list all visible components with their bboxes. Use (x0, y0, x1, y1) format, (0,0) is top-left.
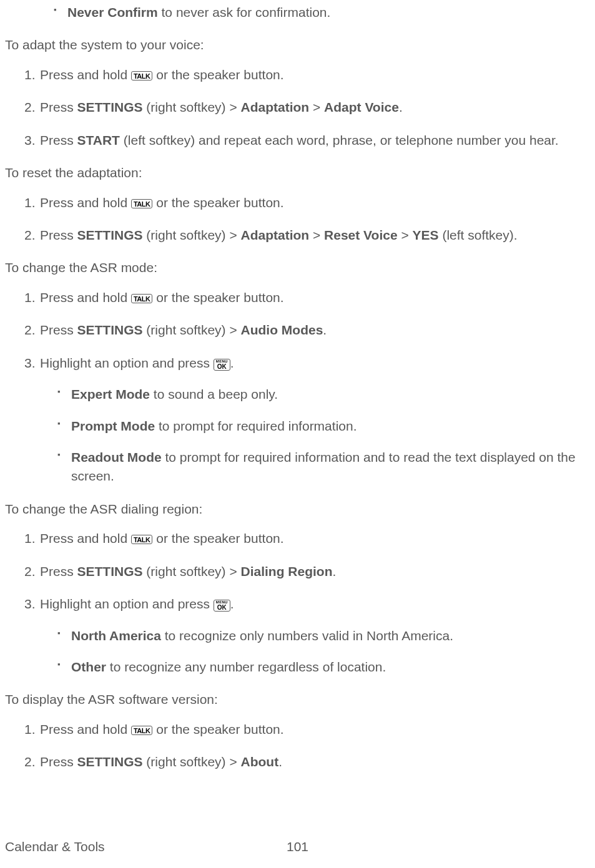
numbered-step: Press and hold TALK or the speaker butto… (40, 529, 590, 548)
numbered-list: Press and hold TALK or the speaker butto… (5, 288, 590, 486)
footer-section-name: Calendar & Tools (5, 839, 105, 854)
numbered-step: Press SETTINGS (right softkey) > Audio M… (40, 321, 590, 339)
talk-key-icon: TALK (131, 726, 153, 735)
bold-text: North America (71, 628, 161, 643)
bold-text: Other (71, 660, 106, 674)
sub-bullet-item: Other to recognize any number regardless… (71, 658, 590, 676)
bold-text: SETTINGS (77, 100, 143, 114)
section-intro: To reset the adaptation: (5, 163, 590, 182)
bullet-item: Never Confirm to never ask for confirmat… (67, 3, 590, 22)
section-intro: To display the ASR software version: (5, 690, 590, 708)
page-footer: Calendar & Tools 101 (5, 839, 590, 854)
numbered-step: Press START (left softkey) and repeat ea… (40, 131, 590, 150)
numbered-step: Press and hold TALK or the speaker butto… (40, 288, 590, 307)
bold-text: Adaptation (241, 228, 310, 242)
bold-text: Expert Mode (71, 387, 150, 401)
numbered-step: Press SETTINGS (right softkey) > Adaptat… (40, 226, 590, 245)
numbered-step: Press and hold TALK or the speaker butto… (40, 720, 590, 739)
top-bullet-list: Never Confirm to never ask for confirmat… (5, 3, 590, 22)
footer-page-number: 101 (287, 839, 308, 854)
menu-ok-key-icon: MENUOK (214, 359, 230, 371)
sections-container: To adapt the system to your voice:Press … (5, 36, 590, 771)
bold-text: Prompt Mode (71, 419, 155, 433)
numbered-step: Press SETTINGS (right softkey) > About. (40, 753, 590, 771)
bold-text: About (241, 754, 279, 769)
bold-text: Adaptation (241, 100, 310, 114)
numbered-step: Press SETTINGS (right softkey) > Adaptat… (40, 98, 590, 117)
sub-bullet-list: Expert Mode to sound a beep only.Prompt … (40, 385, 590, 486)
bold-text: SETTINGS (77, 323, 143, 337)
bold-text: YES (413, 228, 439, 242)
numbered-list: Press and hold TALK or the speaker butto… (5, 193, 590, 245)
bold-text: Adapt Voice (324, 100, 399, 114)
numbered-step: Highlight an option and press MENUOK.Nor… (40, 595, 590, 676)
bold-text: START (77, 133, 120, 147)
sub-bullet-item: Prompt Mode to prompt for required infor… (71, 417, 590, 436)
bullet-bold: Never Confirm (67, 5, 158, 19)
sub-bullet-list: North America to recognize only numbers … (40, 627, 590, 677)
bold-text: Readout Mode (71, 450, 162, 464)
sub-bullet-item: Readout Mode to prompt for required info… (71, 448, 590, 486)
document-page: Never Confirm to never ask for confirmat… (0, 0, 595, 772)
bold-text: Reset Voice (324, 228, 398, 242)
talk-key-icon: TALK (131, 294, 153, 303)
section-intro: To change the ASR dialing region: (5, 500, 590, 518)
section-intro: To change the ASR mode: (5, 258, 590, 276)
bold-text: Audio Modes (241, 323, 323, 337)
section-intro: To adapt the system to your voice: (5, 36, 590, 54)
talk-key-icon: TALK (131, 71, 153, 80)
talk-key-icon: TALK (131, 199, 153, 208)
numbered-list: Press and hold TALK or the speaker butto… (5, 66, 590, 150)
numbered-list: Press and hold TALK or the speaker butto… (5, 529, 590, 676)
bold-text: SETTINGS (77, 228, 143, 242)
numbered-step: Press and hold TALK or the speaker butto… (40, 66, 590, 84)
numbered-list: Press and hold TALK or the speaker butto… (5, 720, 590, 772)
bullet-rest: to never ask for confirmation. (158, 5, 331, 19)
sub-bullet-item: North America to recognize only numbers … (71, 627, 590, 645)
talk-key-icon: TALK (131, 535, 153, 544)
sub-bullet-item: Expert Mode to sound a beep only. (71, 385, 590, 404)
numbered-step: Press and hold TALK or the speaker butto… (40, 193, 590, 212)
numbered-step: Press SETTINGS (right softkey) > Dialing… (40, 562, 590, 581)
numbered-step: Highlight an option and press MENUOK.Exp… (40, 354, 590, 486)
bold-text: SETTINGS (77, 564, 143, 578)
bold-text: Dialing Region (241, 564, 333, 578)
menu-ok-key-icon: MENUOK (214, 600, 230, 612)
bold-text: SETTINGS (77, 754, 143, 769)
